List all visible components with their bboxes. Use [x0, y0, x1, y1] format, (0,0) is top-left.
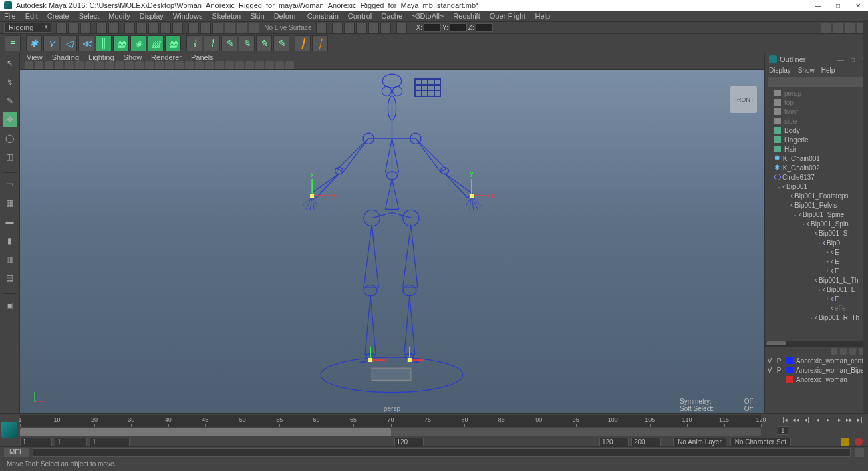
script-editor-icon[interactable]: [855, 448, 864, 457]
expand-icon[interactable]: -: [808, 230, 815, 237]
pt-textured-icon[interactable]: [125, 61, 134, 69]
y-input[interactable]: [450, 23, 467, 32]
menu-help[interactable]: Help: [535, 12, 551, 20]
panel-menu-show[interactable]: Show: [124, 53, 142, 61]
tool-settings-icon[interactable]: [845, 23, 855, 33]
panel-menu-shading[interactable]: Shading: [52, 53, 79, 61]
shelf-orient-joint-icon[interactable]: ║: [96, 35, 112, 51]
go-to-start-icon[interactable]: |◂: [780, 415, 790, 424]
expand-icon[interactable]: -: [792, 212, 799, 218]
layout-three-icon[interactable]: ▥: [3, 252, 17, 267]
menu-control[interactable]: Control: [348, 12, 372, 20]
pt-msaa-icon[interactable]: [205, 61, 214, 69]
shelf-point-constrain-icon[interactable]: ┆: [312, 35, 328, 51]
expand-icon[interactable]: -: [768, 174, 774, 180]
right-scrollbar[interactable]: [863, 20, 868, 413]
snap-view-icon[interactable]: [249, 23, 259, 33]
pt-dof-icon[interactable]: [215, 61, 224, 69]
outliner-item[interactable]: ✱IK_Chain001: [768, 154, 868, 163]
layer-move-down-icon[interactable]: [840, 348, 847, 355]
ipr-render-icon[interactable]: [344, 23, 355, 33]
pt-motionblur-icon[interactable]: [225, 61, 234, 69]
z-input[interactable]: [476, 23, 493, 32]
outliner-item[interactable]: -‹Bip001_Spin: [768, 219, 868, 228]
pt-2d-icon[interactable]: [55, 61, 63, 69]
layout-two-h-icon[interactable]: ▬: [3, 214, 17, 229]
win-close-icon[interactable]: ✕: [848, 0, 868, 11]
xform-toggle-icon[interactable]: [396, 23, 407, 33]
snap-curve-icon[interactable]: [200, 23, 211, 33]
shelf-ikhandle-icon[interactable]: ⋎: [43, 35, 59, 51]
pt-image-plane-icon[interactable]: [45, 61, 53, 69]
animation-end-input[interactable]: 200: [631, 438, 661, 446]
paint-select-tool-icon[interactable]: ✎: [3, 94, 17, 108]
pt-shadows-icon[interactable]: [145, 61, 154, 69]
step-back-key-icon[interactable]: ◂◂: [791, 415, 801, 424]
panel-layout-grid-icon[interactable]: [414, 78, 441, 97]
layout-single-icon[interactable]: ▭: [3, 177, 17, 192]
shelf-wire-icon[interactable]: ▧: [148, 35, 164, 51]
menu-modify[interactable]: Modify: [108, 12, 130, 20]
outliner-item[interactable]: +‹E: [768, 247, 868, 257]
range-start-input[interactable]: 1: [20, 438, 52, 446]
layer-color-swatch[interactable]: [786, 357, 793, 364]
outliner-item[interactable]: -‹Bip001_S: [768, 228, 868, 238]
menu-openflight[interactable]: OpenFlight: [490, 12, 526, 20]
menu-set-dropdown[interactable]: Rigging: [4, 23, 51, 33]
character-set-dropdown[interactable]: No Character Set: [730, 438, 791, 446]
pt-gamma-icon[interactable]: [245, 61, 254, 69]
attribute-editor-icon[interactable]: [833, 23, 843, 33]
shelf-mirror-weights-icon[interactable]: ✎: [239, 35, 255, 51]
outliner-item[interactable]: -‹Bip001_L_Thi: [768, 275, 868, 285]
outliner-item[interactable]: -‹Bip0: [768, 238, 868, 247]
menu-select[interactable]: Select: [79, 12, 100, 20]
shelf-skin-bind-icon[interactable]: ⌇: [186, 35, 202, 51]
menu-create[interactable]: Create: [47, 12, 69, 20]
expand-icon[interactable]: -: [784, 202, 790, 208]
outliner-item[interactable]: persp: [768, 88, 868, 98]
sel-object-icon[interactable]: [136, 23, 147, 33]
sel-mask-1-icon[interactable]: [160, 23, 171, 33]
outliner-menu-display[interactable]: Display: [769, 67, 791, 74]
shelf-paint-weights-icon[interactable]: ✎: [221, 35, 237, 51]
shelf-skin-detach-icon[interactable]: ⌇: [204, 35, 220, 51]
outliner-tree[interactable]: persptopfrontsideBodyLingerieHair✱IK_Cha…: [765, 88, 868, 339]
pt-motion-trail-icon[interactable]: [185, 61, 194, 69]
script-lang-dropdown[interactable]: MEL: [4, 448, 29, 457]
expand-icon[interactable]: +: [824, 249, 831, 255]
frame-display[interactable]: 1: [778, 426, 788, 435]
pt-exposure-icon[interactable]: [235, 61, 244, 69]
snap-point-icon[interactable]: [212, 23, 223, 33]
pt-camera-icon[interactable]: [25, 61, 33, 69]
pt-renderer-icon[interactable]: [275, 61, 284, 69]
menu-skeleton[interactable]: Skeleton: [212, 12, 241, 20]
layer-row[interactable]: VPAnorexic_woman_cont: [765, 356, 868, 365]
sel-mask-2-icon[interactable]: [172, 23, 183, 33]
outliner-item[interactable]: top: [768, 98, 868, 107]
layout-two-v-icon[interactable]: ▮: [3, 233, 17, 248]
pt-view-transform-icon[interactable]: [255, 61, 264, 69]
outliner-item[interactable]: +‹E: [768, 294, 868, 303]
shelf-cluster-icon[interactable]: ◈: [130, 35, 146, 51]
pt-resolution-icon[interactable]: [85, 61, 94, 69]
expand-icon[interactable]: +: [824, 268, 831, 274]
menu-3dtoall[interactable]: ~3DtoAll~: [412, 12, 444, 20]
range-end-input[interactable]: 120: [599, 438, 629, 446]
shelf-blend-icon[interactable]: ▦: [165, 35, 181, 51]
shelf-tabs-icon[interactable]: ≡: [5, 35, 21, 51]
outliner-item[interactable]: ‹effe: [768, 303, 868, 313]
panel-menu-renderer[interactable]: Renderer: [151, 53, 182, 61]
outliner-item[interactable]: front: [768, 107, 868, 116]
menu-deform[interactable]: Deform: [274, 12, 298, 20]
panel-menu-panels[interactable]: Panels: [191, 53, 214, 61]
outliner-item[interactable]: side: [768, 116, 868, 126]
scale-tool-icon[interactable]: ◫: [3, 150, 17, 164]
pt-xrayjoints-icon[interactable]: [175, 61, 184, 69]
expand-icon[interactable]: +: [824, 259, 831, 265]
play-back-icon[interactable]: ◂: [813, 415, 822, 424]
snap-grid-icon[interactable]: [188, 23, 199, 33]
playback-end-input[interactable]: 120: [394, 438, 424, 446]
move-tool-icon[interactable]: ✥: [3, 112, 17, 127]
menu-constrain[interactable]: Constrain: [307, 12, 339, 20]
outliner-search-input[interactable]: [768, 77, 865, 87]
